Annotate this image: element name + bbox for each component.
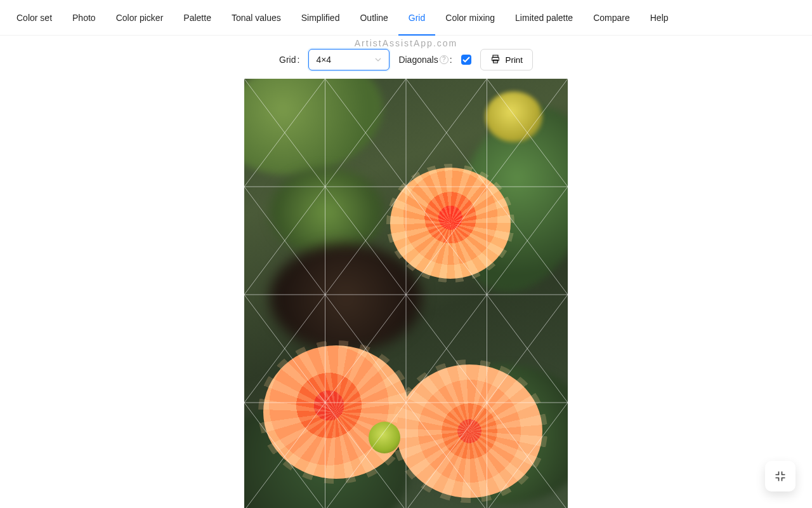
printer-icon <box>490 54 501 66</box>
tab-grid[interactable]: Grid <box>398 0 435 36</box>
flower <box>263 345 409 479</box>
print-button[interactable]: Print <box>480 49 533 70</box>
tab-color-set[interactable]: Color set <box>6 0 62 36</box>
tab-photo[interactable]: Photo <box>62 0 106 36</box>
image-area <box>0 79 812 508</box>
tab-color-picker[interactable]: Color picker <box>106 0 174 36</box>
tab-simplified[interactable]: Simplified <box>291 0 350 36</box>
grid-toolbar: Grid: 4×4 Diagonals ? : Print <box>0 46 812 74</box>
foliage <box>270 168 384 257</box>
fullscreen-toggle-button[interactable] <box>765 461 796 491</box>
tab-palette[interactable]: Palette <box>173 0 221 36</box>
grid-size-value: 4×4 <box>316 55 331 65</box>
flower-bud <box>369 422 400 453</box>
tab-tonal-values[interactable]: Tonal values <box>221 0 291 36</box>
print-button-label: Print <box>506 55 523 65</box>
flower <box>390 168 511 279</box>
tab-outline[interactable]: Outline <box>350 0 398 36</box>
grid-size-select[interactable]: 4×4 <box>308 49 390 70</box>
tab-color-mixing[interactable]: Color mixing <box>435 0 505 36</box>
diagonals-checkbox[interactable] <box>461 55 471 65</box>
photo-canvas[interactable] <box>244 79 568 508</box>
grid-label: Grid: <box>279 55 299 65</box>
tab-compare[interactable]: Compare <box>583 0 640 36</box>
svg-rect-2 <box>493 60 497 63</box>
tab-help[interactable]: Help <box>640 0 679 36</box>
tabs-nav: Color setPhotoColor pickerPaletteTonal v… <box>0 0 812 36</box>
fullscreen-exit-icon <box>774 470 787 483</box>
flower-bud <box>485 91 542 142</box>
help-icon[interactable]: ? <box>440 55 449 64</box>
diagonals-label: Diagonals ? : <box>398 55 452 65</box>
chevron-down-icon <box>374 56 382 64</box>
flower <box>396 364 542 498</box>
soil <box>270 244 422 352</box>
tab-limited-palette[interactable]: Limited palette <box>505 0 583 36</box>
